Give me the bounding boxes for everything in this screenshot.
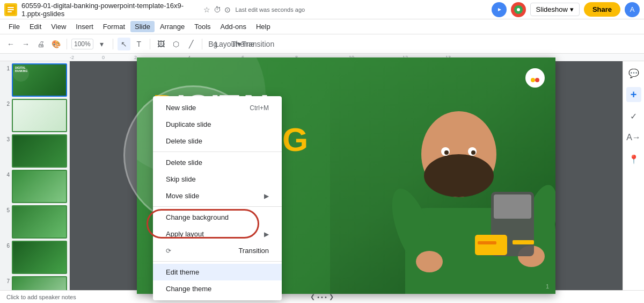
last-edit-text: Last edit was seconds ago — [235, 6, 305, 13]
right-icon-add[interactable]: + — [626, 87, 641, 102]
slide-number-badge: 1 — [546, 283, 549, 290]
title-icons: ☆ ⏱ ⊙ — [203, 5, 231, 14]
ctx-new-slide[interactable]: New slide Ctrl+M — [153, 99, 282, 116]
slide-img-2[interactable] — [12, 99, 67, 132]
star-icon[interactable]: ☆ — [203, 5, 210, 14]
app-icon — [4, 3, 17, 16]
svg-point-24 — [471, 150, 475, 155]
right-icon-translate[interactable]: A→ — [626, 130, 641, 145]
ctx-move-slide[interactable]: Move slide ▶ — [153, 187, 282, 204]
slide-logo — [525, 68, 545, 88]
menu-format[interactable]: Format — [99, 21, 129, 32]
line-tool[interactable]: ╱ — [185, 38, 197, 50]
menu-edit[interactable]: Edit — [25, 21, 46, 32]
svg-point-14 — [416, 251, 443, 272]
slide-thumb-4[interactable]: 4 — [2, 170, 67, 203]
right-icon-spellcheck[interactable]: ✓ — [626, 109, 641, 124]
separator-2 — [113, 39, 113, 49]
slide-img-5[interactable] — [12, 205, 67, 239]
slide-number-7: 7 — [2, 276, 10, 284]
menu-slide[interactable]: Slide — [130, 21, 155, 32]
ctx-transition[interactable]: ⟳ Transition — [153, 242, 282, 259]
undo-button[interactable]: ← — [4, 38, 17, 50]
paint-format-button[interactable]: 🎨 — [49, 38, 62, 50]
ctx-apply-layout[interactable]: Apply layout ▶ — [153, 226, 282, 242]
svg-rect-2 — [8, 9, 14, 10]
svg-point-10 — [424, 154, 494, 197]
google-meet-icon[interactable] — [492, 2, 507, 17]
separator-3 — [150, 39, 150, 49]
slide-img-6[interactable] — [12, 241, 67, 274]
ctx-duplicate-slide[interactable]: Duplicate slide — [153, 116, 282, 133]
redo-button[interactable]: → — [19, 38, 32, 50]
slides-panel: 1 DIGITALBANKING 2 3 4 — [0, 61, 70, 290]
slide-thumb-1[interactable]: 1 DIGITALBANKING — [2, 63, 67, 97]
slide-number-1: 1 — [2, 63, 10, 71]
shape-tool[interactable]: ⬡ — [170, 38, 182, 50]
ctx-separator-1 — [153, 152, 282, 152]
menu-view[interactable]: View — [47, 21, 70, 32]
slide-dots: • • • — [317, 294, 327, 300]
slide-nav: ❮ • • • ❯ — [310, 293, 334, 300]
ctx-apply-layout-arrow: ▶ — [264, 230, 269, 238]
avatar[interactable]: A — [625, 2, 640, 17]
ctx-move-arrow: ▶ — [264, 192, 269, 200]
slide-number-5: 5 — [2, 205, 10, 213]
slide-thumb-3[interactable]: 3 — [2, 134, 67, 168]
svg-rect-18 — [513, 240, 534, 244]
svg-rect-1 — [8, 7, 14, 8]
prev-slide-icon[interactable]: ❮ — [310, 293, 315, 300]
svg-rect-19 — [475, 235, 507, 255]
svg-point-7 — [517, 8, 520, 11]
right-icon-chat[interactable]: 💬 — [626, 66, 641, 81]
zoom-dropdown[interactable]: ▾ — [96, 38, 108, 50]
slide-thumb-6[interactable]: 6 — [2, 241, 67, 274]
slide-person-illustration — [330, 57, 555, 294]
menu-arrange[interactable]: Arrange — [156, 21, 189, 32]
menu-addons[interactable]: Add-ons — [216, 21, 251, 32]
ctx-skip-slide[interactable]: Skip slide — [153, 171, 282, 187]
google-apps-icon[interactable] — [511, 2, 526, 17]
menu-file[interactable]: File — [4, 21, 24, 32]
file-name: 60559-01-digital-banking-powerpoint-temp… — [21, 2, 199, 18]
svg-rect-20 — [478, 241, 496, 244]
text-tool[interactable]: T — [133, 38, 145, 50]
svg-point-28 — [535, 78, 539, 82]
print-button[interactable]: 🖨 — [34, 38, 47, 50]
history-icon[interactable]: ⏱ — [214, 5, 221, 14]
menu-tools[interactable]: Tools — [190, 21, 215, 32]
titlebar: 60559-01-digital-banking-powerpoint-temp… — [0, 0, 644, 19]
transition-button[interactable]: Transition — [252, 38, 265, 50]
ctx-separator-3 — [153, 261, 282, 262]
cloud-icon[interactable]: ⊙ — [224, 5, 231, 14]
svg-point-25 — [529, 71, 541, 84]
slide-img-3[interactable] — [12, 134, 67, 168]
right-icon-location[interactable]: 📍 — [626, 152, 641, 167]
ctx-change-theme[interactable]: Change theme — [153, 280, 282, 297]
slide-thumb-7[interactable]: 7 — [2, 276, 67, 290]
svg-point-23 — [444, 150, 449, 155]
ctx-delete-slide[interactable]: Delete slide — [153, 154, 282, 171]
separator-4 — [202, 39, 202, 49]
svg-rect-3 — [8, 11, 12, 12]
slideshow-dropdown-icon[interactable]: ▾ — [570, 5, 574, 13]
slide-img-7[interactable] — [12, 276, 67, 290]
svg-point-27 — [531, 78, 535, 82]
ctx-separator-2 — [153, 206, 282, 207]
next-slide-icon[interactable]: ❯ — [329, 293, 334, 300]
ctx-delete-slide-top[interactable]: Delete slide — [153, 133, 282, 149]
menu-help[interactable]: Help — [252, 21, 275, 32]
zoom-level[interactable]: 100% — [71, 39, 93, 49]
image-tool[interactable]: 🖼 — [155, 38, 167, 50]
ctx-edit-theme[interactable]: Edit theme — [153, 264, 282, 280]
slide-img-4[interactable] — [12, 170, 67, 203]
menu-insert[interactable]: Insert — [71, 21, 98, 32]
cursor-tool[interactable]: ↖ — [118, 38, 130, 50]
share-button[interactable]: Share — [584, 2, 620, 17]
slide-img-1[interactable]: DIGITALBANKING — [12, 63, 67, 97]
slide-thumb-2[interactable]: 2 — [2, 99, 67, 132]
slide-thumb-5[interactable]: 5 — [2, 205, 67, 239]
slideshow-button[interactable]: Slideshow ▾ — [530, 3, 580, 16]
ctx-new-slide-shortcut: Ctrl+M — [250, 104, 269, 112]
ctx-change-background[interactable]: Change background — [153, 209, 282, 226]
